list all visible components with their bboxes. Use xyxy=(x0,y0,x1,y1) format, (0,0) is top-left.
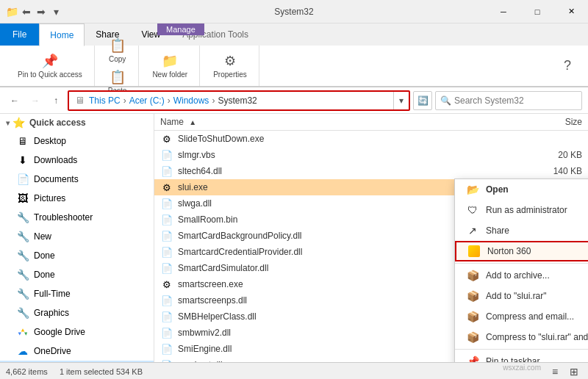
breadcrumb-acer[interactable]: Acer (C:) xyxy=(129,95,165,106)
help-icon: ? xyxy=(564,58,571,73)
ctx-add-archive[interactable]: 📦 Add to archive... xyxy=(455,265,588,286)
refresh-button[interactable]: 🔄 xyxy=(413,91,432,110)
quick-access-icon[interactable]: 📁 xyxy=(6,6,18,18)
window-title: System32 xyxy=(274,7,313,17)
ctx-run-admin-icon: 🛡 xyxy=(465,203,480,217)
breadcrumb-system32[interactable]: System32 xyxy=(218,95,257,106)
sidebar: ▾ ⭐ Quick access 🖥 Desktop 📌 ⬇ Downloads… xyxy=(0,114,154,362)
file-row-sltech[interactable]: 📄 sltech64.dll 140 KB xyxy=(154,163,588,179)
sidebar-item-new[interactable]: 🔧 New 📌 xyxy=(0,227,154,246)
sidebar-section-quick-access[interactable]: ▾ ⭐ Quick access xyxy=(0,114,154,131)
desktop-icon: 🖥 xyxy=(16,134,29,148)
close-button[interactable]: ✕ xyxy=(554,0,588,24)
ctx-share[interactable]: ↗ Share xyxy=(455,220,588,241)
sidebar-item-fulltime[interactable]: 🔧 Full-Time xyxy=(0,284,154,303)
tab-file[interactable]: File xyxy=(0,24,39,46)
ctx-share-icon: ↗ xyxy=(465,223,480,238)
main-area: ▾ ⭐ Quick access 🖥 Desktop 📌 ⬇ Downloads… xyxy=(0,114,588,362)
breadcrumb-this-pc[interactable]: This PC xyxy=(89,95,121,106)
sidebar-item-documents[interactable]: 📄 Documents 📌 xyxy=(0,170,154,189)
ctx-norton[interactable]: Norton 360 › xyxy=(455,241,588,261)
file-name-slidedown: SlideToShutDown.exe xyxy=(178,134,523,144)
new-folder-label: New folder xyxy=(152,71,187,79)
copy-button[interactable]: 📋 Copy xyxy=(103,35,132,66)
ctx-compress-email-label: Compress and email... xyxy=(486,311,588,322)
redo-icon[interactable]: ➡ xyxy=(35,6,47,18)
ctx-compress-rar-email[interactable]: 📦 Compress to "slui.rar" and email xyxy=(455,327,588,347)
new-folder-button[interactable]: 📁 New folder xyxy=(146,50,193,82)
title-bar-quick-icons: 📁 ⬅ ➡ ▾ xyxy=(0,6,68,18)
back-button[interactable]: ← xyxy=(6,92,24,109)
file-icon-smphost: 📄 xyxy=(160,358,173,362)
sidebar-item-desktop-label: Desktop xyxy=(34,136,66,146)
minimize-button[interactable]: ─ xyxy=(487,0,520,24)
file-icon-sltech: 📄 xyxy=(160,165,173,178)
breadcrumb-windows[interactable]: Windows xyxy=(173,95,209,106)
sidebar-item-documents-label: Documents xyxy=(34,174,79,184)
ctx-open[interactable]: 📂 Open xyxy=(455,179,588,200)
done2-icon: 🔧 xyxy=(16,268,29,281)
address-dropdown-button[interactable]: ▾ xyxy=(394,92,409,109)
up-button[interactable]: ↑ xyxy=(47,92,65,109)
view-details-button[interactable]: ≡ xyxy=(547,364,563,380)
file-icon-smartcardcred: 📄 xyxy=(160,245,173,259)
file-icon-smartscreen: ⚙ xyxy=(160,278,173,291)
quick-access-arrow: ▾ xyxy=(6,119,10,127)
pin-quick-access-button[interactable]: 📌 Pin to Quick access xyxy=(12,50,88,82)
properties-button[interactable]: ⚙ Properties xyxy=(207,50,253,82)
sidebar-item-done-2[interactable]: 🔧 Done xyxy=(0,265,154,284)
column-size[interactable]: Size xyxy=(523,117,582,127)
view-tiles-button[interactable]: ⊞ xyxy=(566,364,582,380)
column-size-label: Size xyxy=(565,117,582,127)
search-input[interactable] xyxy=(454,95,577,106)
ctx-add-rar[interactable]: 📦 Add to "slui.rar" xyxy=(455,286,588,306)
ctx-sep-2 xyxy=(455,349,588,350)
ribbon-tabs: File Home Share View Application Tools xyxy=(0,24,588,46)
help-button[interactable]: ? xyxy=(553,55,582,76)
dropdown-icon[interactable]: ▾ xyxy=(50,6,62,18)
sidebar-item-downloads[interactable]: ⬇ Downloads 📌 xyxy=(0,151,154,170)
column-name[interactable]: Name ▲ xyxy=(160,117,523,127)
manage-label: Manage xyxy=(157,24,204,35)
sidebar-item-done-1[interactable]: 🔧 Done xyxy=(0,246,154,265)
ctx-norton-icon xyxy=(467,244,481,259)
ctx-norton-label: Norton 360 xyxy=(487,246,588,256)
ctx-compress-rar-email-icon: 📦 xyxy=(465,330,480,344)
status-bar: 4,662 items 1 item selected 534 KB wsxza… xyxy=(0,362,588,379)
status-selected: 1 item selected 534 KB xyxy=(60,367,143,376)
copy-label: Copy xyxy=(109,55,126,63)
title-bar: 📁 ⬅ ➡ ▾ System32 ─ □ ✕ xyxy=(0,0,588,24)
sidebar-item-this-pc[interactable]: 💻 This PC xyxy=(0,361,154,362)
file-row-slmgr[interactable]: 📄 slmgr.vbs 20 KB xyxy=(154,147,588,163)
ribbon-content: 📌 Pin to Quick access 📋 Copy 📋 Paste 📁 N… xyxy=(0,46,588,87)
tab-home[interactable]: Home xyxy=(39,24,85,46)
sidebar-item-troubleshooter[interactable]: 🔧 Troubleshooter 📌 xyxy=(0,208,154,227)
ctx-pin-taskbar[interactable]: 📌 Pin to taskbar xyxy=(455,351,588,362)
search-box: 🔍 xyxy=(435,91,582,110)
address-bar[interactable]: 🖥 This PC › Acer (C:) › Windows › System… xyxy=(69,92,393,109)
ctx-compress-email[interactable]: 📦 Compress and email... xyxy=(455,306,588,327)
ctx-run-admin-label: Run as administrator xyxy=(486,205,588,215)
ribbon-group-open: ⚙ Properties xyxy=(201,46,259,86)
address-bar-wrapper: 🖥 This PC › Acer (C:) › Windows › System… xyxy=(68,90,410,111)
sidebar-item-pictures[interactable]: 🖼 Pictures 📌 xyxy=(0,189,154,208)
fulltime-icon: 🔧 xyxy=(16,287,29,300)
maximize-button[interactable]: □ xyxy=(520,0,554,24)
sidebar-item-desktop[interactable]: 🖥 Desktop 📌 xyxy=(0,131,154,151)
file-icon-slui: ⚙ xyxy=(160,181,173,194)
sidebar-item-new-label: New xyxy=(34,231,51,242)
ctx-add-archive-label: Add to archive... xyxy=(486,270,588,281)
sidebar-item-graphics[interactable]: 🔧 Graphics xyxy=(0,303,154,322)
pin-icon: 📌 xyxy=(42,53,58,69)
forward-button[interactable]: → xyxy=(26,92,44,109)
watermark: wsxzai.com xyxy=(503,364,541,380)
sidebar-item-graphics-label: Graphics xyxy=(34,308,69,318)
breadcrumb: 🖥 This PC › Acer (C:) › Windows › System… xyxy=(75,95,257,106)
sidebar-item-fulltime-label: Full-Time xyxy=(34,289,71,299)
ctx-run-admin[interactable]: 🛡 Run as administrator xyxy=(455,200,588,220)
sidebar-item-troubleshooter-label: Troubleshooter xyxy=(34,212,93,223)
sidebar-item-google-drive[interactable]: Google Drive xyxy=(0,322,154,342)
undo-icon[interactable]: ⬅ xyxy=(21,6,32,18)
sidebar-item-onedrive[interactable]: ☁ OneDrive xyxy=(0,342,154,361)
file-row-slidedown[interactable]: ⚙ SlideToShutDown.exe xyxy=(154,131,588,147)
